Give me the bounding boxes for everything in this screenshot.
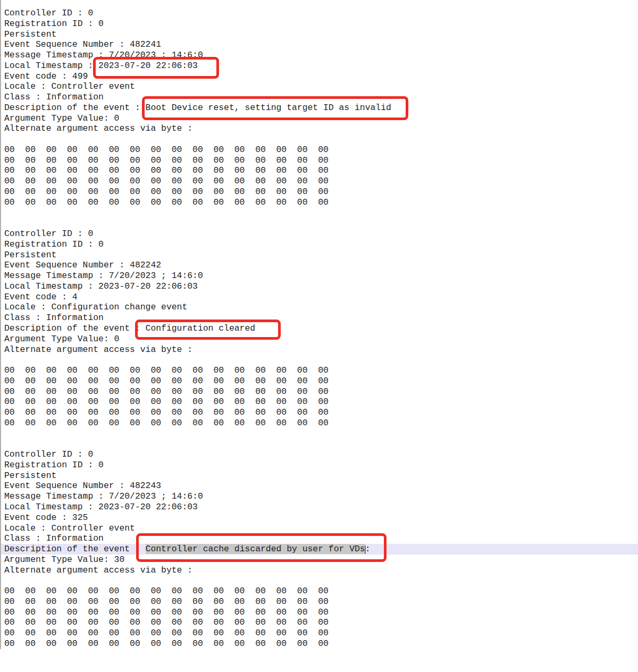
log-line: Controller ID : 0 [4, 229, 638, 239]
log-line: Message Timestamp : 7/20/2023 ; 14:6:0 [4, 50, 638, 61]
hex-dump-row: 00 00 00 00 00 00 00 00 00 00 00 00 00 0… [4, 597, 638, 607]
log-line: Argument Type Value: 30 [4, 555, 638, 565]
persistent-flag: Persistent [4, 250, 638, 261]
log-line: Controller ID : 0 [4, 449, 638, 460]
hex-dump-row: 00 00 00 00 00 00 00 00 00 00 00 00 00 0… [4, 387, 638, 397]
hex-dump-row: 00 00 00 00 00 00 00 00 00 00 00 00 00 0… [4, 197, 638, 208]
hex-dump-row: 00 00 00 00 00 00 00 00 00 00 00 00 00 0… [4, 145, 638, 155]
log-line: Locale : Configuration change event [4, 302, 638, 313]
selected-text: Controller cache discarded by user for V… [146, 544, 365, 554]
log-line: Locale : Controller event [4, 81, 638, 92]
log-document[interactable]: Controller ID : 0Registration ID : 0Pers… [0, 0, 638, 649]
hex-dump-row: 00 00 00 00 00 00 00 00 00 00 00 00 00 0… [4, 397, 638, 407]
hex-dump-row: 00 00 00 00 00 00 00 00 00 00 00 00 00 0… [4, 607, 638, 618]
log-line: Registration ID : 0 [4, 460, 638, 471]
hex-dump-row: 00 00 00 00 00 00 00 00 00 00 00 00 00 0… [4, 187, 638, 197]
log-line: Registration ID : 0 [4, 239, 638, 250]
blank-line [4, 575, 638, 586]
log-line: Locale : Controller event [4, 523, 638, 534]
log-line: Local Timestamp : 2023-07-20 22:06:03 [4, 61, 638, 71]
blank-line [4, 218, 638, 229]
log-line: Local Timestamp : 2023-07-20 22:06:03 [4, 502, 638, 513]
persistent-flag: Persistent [4, 29, 638, 40]
log-line: Registration ID : 0 [4, 19, 638, 29]
hex-dump-row: 00 00 00 00 00 00 00 00 00 00 00 00 00 0… [4, 365, 638, 376]
hex-dump-row: 00 00 00 00 00 00 00 00 00 00 00 00 00 0… [4, 407, 638, 418]
blank-line [4, 208, 638, 219]
hex-dump-row: 00 00 00 00 00 00 00 00 00 00 00 00 00 0… [4, 155, 638, 166]
log-line: Argument Type Value: 0 [4, 113, 638, 124]
alternate-argument-line: Alternate argument access via byte : [4, 123, 638, 134]
hex-dump-row: 00 00 00 00 00 00 00 00 00 00 00 00 00 0… [4, 617, 638, 628]
blank-line [4, 439, 638, 449]
persistent-flag: Persistent [4, 471, 638, 481]
hex-dump-row: 00 00 00 00 00 00 00 00 00 00 00 00 00 0… [4, 165, 638, 176]
log-line: Event code : 499 [4, 71, 638, 82]
log-line: Event Sequence Number : 482243 [4, 481, 638, 491]
blank-line [4, 429, 638, 439]
hex-dump-row: 00 00 00 00 00 00 00 00 00 00 00 00 00 0… [4, 639, 638, 649]
log-line: Message Timestamp : 7/20/2023 ; 14:6:0 [4, 491, 638, 502]
field-label: Description of the event : [4, 544, 146, 554]
description-remainder: : [365, 544, 371, 554]
log-line: Class : Information [4, 313, 638, 323]
log-line: Local Timestamp : 2023-07-20 22:06:03 [4, 281, 638, 292]
log-line: Argument Type Value: 0 [4, 334, 638, 345]
log-line: Description of the event : Boot Device r… [4, 103, 638, 113]
log-line: Controller ID : 0 [4, 8, 638, 19]
alternate-argument-line: Alternate argument access via byte : [4, 345, 638, 355]
log-line: Class : Information [4, 533, 638, 544]
hex-dump-row: 00 00 00 00 00 00 00 00 00 00 00 00 00 0… [4, 376, 638, 387]
hex-dump-row: 00 00 00 00 00 00 00 00 00 00 00 00 00 0… [4, 628, 638, 639]
description-line-selected: Description of the event : Controller ca… [1, 544, 638, 555]
log-line: Event Sequence Number : 482242 [4, 260, 638, 271]
log-line: Description of the event : Configuration… [4, 323, 638, 334]
hex-dump-row: 00 00 00 00 00 00 00 00 00 00 00 00 00 0… [4, 176, 638, 187]
blank-line [4, 134, 638, 145]
log-line: Event Sequence Number : 482241 [4, 39, 638, 50]
hex-dump-row: 00 00 00 00 00 00 00 00 00 00 00 00 00 0… [4, 418, 638, 429]
blank-line [4, 355, 638, 365]
hex-dump-row: 00 00 00 00 00 00 00 00 00 00 00 00 00 0… [4, 586, 638, 597]
alternate-argument-line: Alternate argument access via byte : [4, 565, 638, 576]
log-line: Event code : 4 [4, 292, 638, 303]
log-line: Event code : 325 [4, 513, 638, 523]
log-line: Message Timestamp : 7/20/2023 ; 14:6:0 [4, 271, 638, 281]
log-line: Class : Information [4, 92, 638, 103]
